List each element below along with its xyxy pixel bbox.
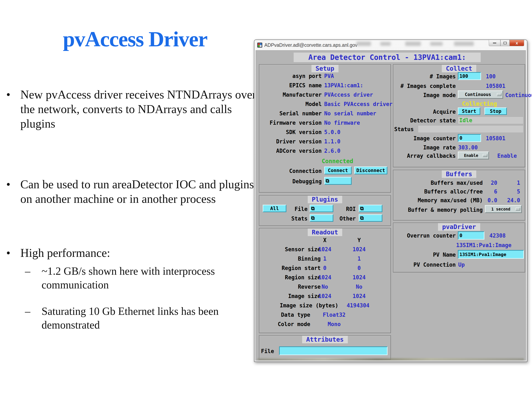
debugging-button[interactable]: ⧉ <box>324 177 352 185</box>
related-display-icon: ⧉ <box>311 206 315 210</box>
attributes-file-input[interactable] <box>279 346 387 355</box>
detector-state-label: Detector state <box>393 117 456 124</box>
connection-status-text: Connected <box>322 158 353 165</box>
setup-row-label: Serial number <box>259 110 322 117</box>
image-counter-label: Image counter <box>393 135 456 141</box>
num-images-input[interactable]: 100 <box>458 72 481 80</box>
maximize-icon <box>504 42 507 44</box>
setup-row-value: No firmware <box>324 120 360 126</box>
bullet-3: • High performance: <box>6 246 258 260</box>
sub-bullet-2-text: Saturating 10 Gb Ethernet links has been… <box>42 304 248 332</box>
connection-label: Connection <box>259 168 322 174</box>
buffer-polling-selected: 1 second <box>491 207 510 211</box>
overrun-counter-input[interactable]: 0 <box>458 231 484 240</box>
plugins-stats-button[interactable]: ⧉ <box>310 214 333 222</box>
readout-row-label: Region size <box>259 274 321 280</box>
bullet-1-text: New pvAccess driver receives NTNDArrays … <box>20 87 258 131</box>
close-icon: x <box>516 40 518 45</box>
buffer-polling-label: Buffer & memory polling <box>393 207 483 213</box>
plugins-roi-button[interactable]: ⧉ <box>359 205 382 212</box>
detector-state-value: Idle <box>459 117 472 123</box>
setup-row-label: asyn port <box>259 73 322 79</box>
plugins-other-button[interactable]: ⧉ <box>359 214 382 222</box>
readout-y-value: 1024 <box>348 274 371 280</box>
array-callbacks-dropdown[interactable]: Enable <box>458 152 489 159</box>
disconnect-button[interactable]: Disconnect <box>354 166 387 174</box>
acquire-start-button[interactable]: Start <box>458 108 480 115</box>
close-button[interactable]: x <box>510 40 524 46</box>
readout-x-value: 0 <box>313 265 336 271</box>
buffers-row-value2: 24.0 <box>506 197 520 203</box>
plugins-section-title: Plugins <box>308 196 342 203</box>
buffers-row-value2: 5 <box>506 189 520 195</box>
image-rate-value: 303.00 <box>458 145 478 151</box>
plugins-file-button[interactable]: ⧉ <box>310 205 333 212</box>
readout-row-label: Binning <box>259 256 321 262</box>
overrun-counter-label: Overrun counter <box>393 233 456 239</box>
window-controls: x <box>489 40 524 46</box>
image-size-bytes-label: Image size (bytes) <box>259 302 338 309</box>
connect-button[interactable]: Connect <box>324 166 352 174</box>
setup-row-label: SDK version <box>259 129 322 135</box>
readout-section: Readout X Y Sensor size 1024 1024 Binnin… <box>259 228 391 333</box>
bullet-3-text: High performance: <box>20 246 258 260</box>
setup-row-label: ADCore version <box>259 148 322 154</box>
buffers-row-value1: 0.0 <box>483 197 497 203</box>
bullet-marker: • <box>6 246 10 260</box>
dash-marker: – <box>25 304 30 318</box>
acquire-stop-button[interactable]: Stop <box>484 108 507 115</box>
slide-title: pvAccess Driver <box>23 27 247 51</box>
sub-bullet-1-text: ~1.2 GB/s shown here with interprocess c… <box>42 264 248 292</box>
bullet-marker: • <box>6 177 10 192</box>
collect-section: Collect # Images 100 100 # Images comple… <box>393 64 525 167</box>
plugins-roi-label: ROI <box>335 206 356 212</box>
setup-row-value: 1.1.0 <box>324 138 340 145</box>
plugins-all-button[interactable]: All <box>263 205 286 212</box>
minimize-button[interactable] <box>489 40 500 46</box>
image-counter-readback: 105801 <box>486 135 505 141</box>
setup-row-label: EPICS name <box>259 82 322 89</box>
image-mode-dropdown[interactable]: Continuous <box>458 90 503 99</box>
window-titlebar[interactable]: ADPvaDriver.adl@corvette.cars.aps.anl.go… <box>254 40 527 50</box>
buffers-row-label: Buffers alloc/free <box>393 189 483 195</box>
bullet-1: • New pvAccess driver receives NTNDArray… <box>6 87 258 131</box>
data-type-label: Data type <box>259 312 310 318</box>
image-counter-input[interactable]: 0 <box>458 134 481 142</box>
image-mode-label: Image mode <box>393 92 456 98</box>
array-callbacks-readback: Enable <box>497 153 517 159</box>
maximize-button[interactable] <box>500 40 510 46</box>
readout-y-value: No <box>348 284 371 290</box>
plugins-stats-label: Stats <box>282 215 308 222</box>
window-icon <box>257 43 262 48</box>
window-client-area: Area Detector Control - 13PVA1:cam1: Set… <box>256 50 526 360</box>
setup-row-value: 2.6.0 <box>324 148 340 154</box>
debugging-label: Debugging <box>259 178 322 184</box>
setup-row-value: 5.0.0 <box>324 129 340 135</box>
readout-row-label: Region start <box>259 265 321 271</box>
medm-window: ADPvaDriver.adl@corvette.cars.aps.anl.go… <box>254 39 527 362</box>
buffers-row-label: Buffers max/used <box>393 180 483 186</box>
buffer-polling-dropdown[interactable]: 1 second <box>485 205 522 213</box>
pvadriver-section-title: pvaDriver <box>438 223 480 231</box>
dropdown-handle-icon <box>483 154 487 157</box>
readout-y-value: 1024 <box>348 293 371 299</box>
pv-name-input[interactable]: 13SIM1:Pva1:Image <box>458 250 524 259</box>
readout-row-label: Image size <box>259 293 321 299</box>
setup-row-value: No serial number <box>324 110 376 117</box>
titlebar-ghost-text <box>430 42 443 46</box>
titlebar-ghost-text <box>454 42 474 46</box>
readout-col-x: X <box>313 237 336 243</box>
setup-row-value: Basic PVAccess driver <box>324 101 393 107</box>
setup-row-label: Manufacturer <box>259 92 322 98</box>
readout-y-value: 0 <box>348 265 371 271</box>
window-bottom-blur <box>258 358 524 360</box>
readout-row-label: Reverse <box>259 284 321 290</box>
images-complete-label: # Images complete <box>393 83 456 89</box>
plugins-file-label: File <box>288 206 308 212</box>
attributes-section: Attributes File <box>259 335 391 360</box>
array-callbacks-selected: Enable <box>464 153 478 158</box>
collecting-status-text: Collecting <box>462 100 497 107</box>
buffers-section: Buffers Buffers max/used 20 1 Buffers al… <box>393 170 525 221</box>
setup-row-label: Driver version <box>259 138 322 145</box>
readout-col-y: Y <box>348 237 371 243</box>
